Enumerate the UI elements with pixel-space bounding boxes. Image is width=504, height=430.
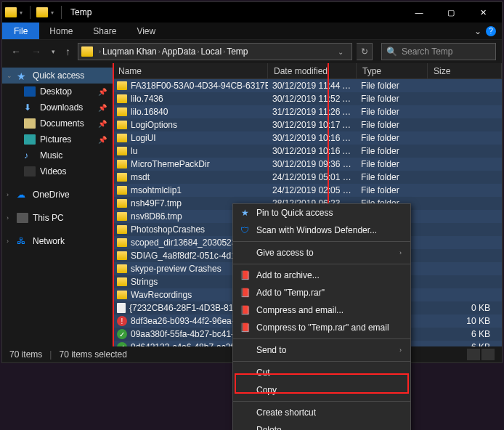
menu-delete[interactable]: Delete — [233, 421, 410, 430]
row-type: File folder — [357, 172, 428, 182]
sidebar-item-pictures[interactable]: Pictures📌 — [2, 131, 113, 147]
table-row[interactable]: lilo.743630/12/2019 11:52 AMFile folder — [113, 92, 502, 105]
menu-add-rar[interactable]: 📕Add to "Temp.rar" — [233, 284, 410, 301]
sidebar-item-downloads[interactable]: ⬇Downloads📌 — [2, 100, 113, 115]
search-icon: 🔍 — [386, 46, 397, 57]
menu-windows-defender[interactable]: 🛡Scan with Windows Defender... — [233, 222, 410, 239]
minimize-button[interactable]: — — [403, 2, 435, 23]
table-row[interactable]: LogiUI30/12/2019 10:16 AMFile folder — [113, 131, 502, 145]
status-items: 70 items — [9, 349, 42, 360]
row-name: FA318F00-53A0-4D34-94CB-6317B36686... — [131, 81, 268, 91]
tab-share[interactable]: Share — [83, 23, 126, 39]
sidebar-this-pc[interactable]: ›This PC — [2, 210, 113, 226]
folder-icon — [117, 238, 127, 247]
col-type[interactable]: Type — [357, 63, 428, 78]
tab-home[interactable]: Home — [39, 23, 83, 39]
dropdown-icon[interactable]: ▾ — [51, 9, 54, 16]
tab-view[interactable]: View — [126, 23, 166, 39]
row-date: 30/12/2019 10:16 AM — [268, 146, 357, 156]
close-button[interactable]: ✕ — [467, 2, 499, 23]
error-icon: ! — [117, 316, 127, 326]
table-row[interactable]: msdt24/12/2019 05:01 PMFile folder — [113, 171, 502, 184]
menu-compress-email[interactable]: 📕Compress and email... — [233, 301, 410, 319]
crumb[interactable]: AppData — [162, 46, 196, 57]
context-menu: ★Pin to Quick access 🛡Scan with Windows … — [232, 203, 411, 430]
row-type: File folder — [357, 107, 428, 117]
search-input[interactable]: 🔍 Search Temp — [381, 43, 496, 60]
menu-copy[interactable]: Copy — [233, 381, 410, 399]
folder-icon — [117, 134, 127, 142]
sidebar-onedrive[interactable]: ›☁OneDrive — [2, 187, 113, 203]
menu-create-shortcut[interactable]: Create shortcut — [233, 404, 410, 421]
row-name: lilo.7436 — [131, 94, 163, 104]
folder-icon — [117, 225, 127, 234]
search-placeholder: Search Temp — [402, 46, 452, 57]
menu-compress-rar-email[interactable]: 📕Compress to "Temp.rar" and email — [233, 319, 410, 336]
sidebar-network[interactable]: ›🖧Network — [2, 233, 113, 249]
table-row[interactable]: LogiOptions30/12/2019 10:17 AMFile folde… — [113, 118, 502, 131]
chevron-right-icon: › — [399, 249, 402, 256]
table-row[interactable]: lu30/12/2019 10:16 AMFile folder — [113, 145, 502, 158]
file-tab[interactable]: File — [2, 23, 39, 39]
col-size[interactable]: Size — [428, 63, 502, 78]
row-type: File folder — [357, 185, 428, 195]
folder-icon — [117, 199, 127, 208]
row-type: File folder — [357, 133, 428, 143]
chevron-down-icon[interactable]: ⌄ — [474, 26, 481, 36]
back-button[interactable]: ← — [8, 46, 24, 57]
sidebar-item-documents[interactable]: Documents📌 — [2, 115, 113, 131]
row-name: lu — [131, 146, 137, 156]
menu-pin-quick-access[interactable]: ★Pin to Quick access — [233, 204, 410, 222]
titlebar: ▾ ▾ Temp — ▢ ✕ — [2, 2, 502, 23]
archive-icon: 📕 — [239, 322, 251, 333]
menu-cut[interactable]: Cut — [233, 364, 410, 381]
view-icons-button[interactable] — [481, 349, 495, 360]
row-size: 6 KB — [428, 329, 502, 339]
menu-add-archive[interactable]: 📕Add to archive... — [233, 267, 410, 284]
table-row[interactable]: FA318F00-53A0-4D34-94CB-6317B36686...30/… — [113, 79, 502, 92]
crumb[interactable]: Temp — [227, 46, 248, 57]
sidebar-item-videos[interactable]: Videos — [2, 163, 113, 179]
table-row[interactable]: msohtmlclip124/12/2019 02:05 PMFile fold… — [113, 184, 502, 197]
folder-icon — [117, 160, 127, 169]
crumb[interactable]: Local — [200, 46, 221, 57]
status-selected: 70 items selected — [59, 349, 126, 360]
row-size: 10 KB — [428, 316, 502, 326]
folder-icon — [117, 251, 127, 260]
up-button[interactable]: ↑ — [62, 46, 73, 57]
recent-dropdown[interactable]: ▾ — [49, 48, 58, 55]
row-size: 0 KB — [428, 303, 502, 313]
row-name: LogiOptions — [131, 120, 177, 130]
dropdown-icon[interactable]: ▾ — [20, 9, 23, 16]
menu-give-access[interactable]: Give access to› — [233, 244, 410, 261]
row-name: skype-preview Crashes — [131, 264, 221, 274]
maximize-button[interactable]: ▢ — [435, 2, 467, 23]
forward-button[interactable]: → — [28, 46, 44, 57]
archive-icon: 📕 — [239, 304, 251, 316]
chevron-down-icon[interactable]: ⌄ — [333, 48, 349, 56]
folder-icon — [117, 121, 127, 129]
table-row[interactable]: MicroThemePackDir30/12/2019 09:36 PMFile… — [113, 158, 502, 171]
row-date: 24/12/2019 02:05 PM — [268, 185, 357, 195]
col-date[interactable]: Date modified — [268, 63, 357, 78]
col-name[interactable]: Name — [113, 63, 268, 78]
row-date: 30/12/2019 09:36 PM — [268, 159, 357, 169]
row-name: nsh49F7.tmp — [131, 198, 182, 208]
sidebar-quick-access[interactable]: ⌄★Quick access — [2, 68, 113, 84]
folder-icon — [117, 186, 127, 195]
crumb[interactable]: Luqman Khan — [102, 46, 157, 57]
menu-send-to[interactable]: Send to› — [233, 341, 410, 359]
sidebar-item-music[interactable]: ♪Music — [2, 147, 113, 163]
refresh-button[interactable]: ↻ — [357, 43, 373, 60]
row-date: 31/12/2019 11:26 AM — [268, 107, 357, 117]
view-details-button[interactable] — [467, 349, 480, 360]
folder-icon — [117, 94, 127, 103]
archive-icon: 📕 — [239, 269, 251, 281]
sidebar: ⌄★Quick access Desktop📌 ⬇Downloads📌 Docu… — [2, 63, 113, 346]
breadcrumb[interactable]: › Luqman Khan› AppData› Local› Temp ⌄ — [78, 43, 352, 60]
help-icon[interactable]: ? — [486, 26, 496, 36]
row-name: lilo.16840 — [131, 107, 168, 117]
column-headers: Name Date modified Type Size — [113, 63, 502, 79]
table-row[interactable]: lilo.1684031/12/2019 11:26 AMFile folder — [113, 105, 502, 118]
sidebar-item-desktop[interactable]: Desktop📌 — [2, 84, 113, 100]
